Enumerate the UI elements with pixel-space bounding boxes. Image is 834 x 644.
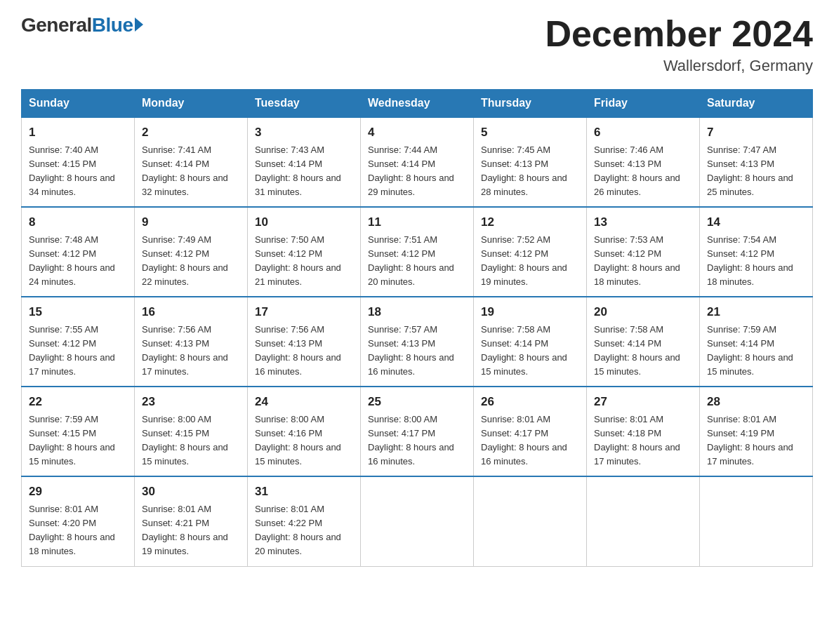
day-info: Sunrise: 7:50 AMSunset: 4:12 PMDaylight:… xyxy=(255,233,353,290)
day-number: 21 xyxy=(707,303,805,321)
column-header-tuesday: Tuesday xyxy=(248,90,361,118)
calendar-cell: 24Sunrise: 8:00 AMSunset: 4:16 PMDayligh… xyxy=(248,387,361,476)
calendar-cell: 22Sunrise: 7:59 AMSunset: 4:15 PMDayligh… xyxy=(22,387,135,476)
calendar-cell: 14Sunrise: 7:54 AMSunset: 4:12 PMDayligh… xyxy=(700,207,813,297)
calendar-cell: 9Sunrise: 7:49 AMSunset: 4:12 PMDaylight… xyxy=(135,207,248,297)
calendar-week-row: 15Sunrise: 7:55 AMSunset: 4:12 PMDayligh… xyxy=(22,297,813,387)
day-number: 20 xyxy=(594,303,692,321)
day-info: Sunrise: 7:43 AMSunset: 4:14 PMDaylight:… xyxy=(255,143,353,200)
calendar-cell xyxy=(587,476,700,566)
day-number: 15 xyxy=(29,303,127,321)
column-header-thursday: Thursday xyxy=(474,90,587,118)
day-number: 19 xyxy=(481,303,579,321)
day-number: 10 xyxy=(255,213,353,232)
column-header-sunday: Sunday xyxy=(22,90,135,118)
logo-triangle-icon xyxy=(135,18,143,32)
day-info: Sunrise: 7:45 AMSunset: 4:13 PMDaylight:… xyxy=(481,143,579,200)
location-label: Wallersdorf, Germany xyxy=(545,57,813,75)
day-number: 17 xyxy=(255,303,353,321)
calendar-cell: 3Sunrise: 7:43 AMSunset: 4:14 PMDaylight… xyxy=(248,117,361,207)
calendar-cell: 20Sunrise: 7:58 AMSunset: 4:14 PMDayligh… xyxy=(587,297,700,387)
logo-blue-box: Blue xyxy=(92,14,144,36)
day-info: Sunrise: 8:01 AMSunset: 4:21 PMDaylight:… xyxy=(142,502,240,559)
calendar-table: SundayMondayTuesdayWednesdayThursdayFrid… xyxy=(21,89,813,566)
day-number: 29 xyxy=(29,483,127,501)
day-number: 8 xyxy=(29,213,127,232)
calendar-cell: 11Sunrise: 7:51 AMSunset: 4:12 PMDayligh… xyxy=(361,207,474,297)
day-number: 22 xyxy=(29,393,127,411)
calendar-cell: 2Sunrise: 7:41 AMSunset: 4:14 PMDaylight… xyxy=(135,117,248,207)
calendar-cell: 10Sunrise: 7:50 AMSunset: 4:12 PMDayligh… xyxy=(248,207,361,297)
day-info: Sunrise: 7:49 AMSunset: 4:12 PMDaylight:… xyxy=(142,233,240,290)
column-header-saturday: Saturday xyxy=(700,90,813,118)
day-info: Sunrise: 7:56 AMSunset: 4:13 PMDaylight:… xyxy=(142,323,240,380)
day-number: 25 xyxy=(368,393,466,411)
day-number: 18 xyxy=(368,303,466,321)
calendar-header-row: SundayMondayTuesdayWednesdayThursdayFrid… xyxy=(22,90,813,118)
day-number: 31 xyxy=(255,483,353,501)
calendar-cell: 28Sunrise: 8:01 AMSunset: 4:19 PMDayligh… xyxy=(700,387,813,476)
calendar-cell: 23Sunrise: 8:00 AMSunset: 4:15 PMDayligh… xyxy=(135,387,248,476)
day-info: Sunrise: 8:00 AMSunset: 4:16 PMDaylight:… xyxy=(255,412,353,469)
calendar-week-row: 22Sunrise: 7:59 AMSunset: 4:15 PMDayligh… xyxy=(22,387,813,476)
calendar-cell: 6Sunrise: 7:46 AMSunset: 4:13 PMDaylight… xyxy=(587,117,700,207)
calendar-cell: 16Sunrise: 7:56 AMSunset: 4:13 PMDayligh… xyxy=(135,297,248,387)
day-number: 13 xyxy=(594,213,692,232)
day-info: Sunrise: 7:41 AMSunset: 4:14 PMDaylight:… xyxy=(142,143,240,200)
calendar-cell: 12Sunrise: 7:52 AMSunset: 4:12 PMDayligh… xyxy=(474,207,587,297)
calendar-cell: 17Sunrise: 7:56 AMSunset: 4:13 PMDayligh… xyxy=(248,297,361,387)
day-info: Sunrise: 7:57 AMSunset: 4:13 PMDaylight:… xyxy=(368,323,466,380)
day-info: Sunrise: 8:01 AMSunset: 4:20 PMDaylight:… xyxy=(29,502,127,559)
day-info: Sunrise: 8:01 AMSunset: 4:17 PMDaylight:… xyxy=(481,412,579,469)
day-number: 11 xyxy=(368,213,466,232)
day-number: 12 xyxy=(481,213,579,232)
logo-general-text: General xyxy=(21,14,92,36)
day-info: Sunrise: 7:52 AMSunset: 4:12 PMDaylight:… xyxy=(481,233,579,290)
day-number: 23 xyxy=(142,393,240,411)
calendar-cell: 27Sunrise: 8:01 AMSunset: 4:18 PMDayligh… xyxy=(587,387,700,476)
day-info: Sunrise: 8:00 AMSunset: 4:15 PMDaylight:… xyxy=(142,412,240,469)
calendar-cell: 26Sunrise: 8:01 AMSunset: 4:17 PMDayligh… xyxy=(474,387,587,476)
day-info: Sunrise: 8:01 AMSunset: 4:22 PMDaylight:… xyxy=(255,502,353,559)
day-info: Sunrise: 7:59 AMSunset: 4:15 PMDaylight:… xyxy=(29,412,127,469)
calendar-week-row: 1Sunrise: 7:40 AMSunset: 4:15 PMDaylight… xyxy=(22,117,813,207)
calendar-week-row: 8Sunrise: 7:48 AMSunset: 4:12 PMDaylight… xyxy=(22,207,813,297)
logo-blue-text: Blue xyxy=(92,14,133,36)
calendar-cell: 21Sunrise: 7:59 AMSunset: 4:14 PMDayligh… xyxy=(700,297,813,387)
page-header: General Blue December 2024 Wallersdorf, … xyxy=(21,14,813,75)
day-info: Sunrise: 7:54 AMSunset: 4:12 PMDaylight:… xyxy=(707,233,805,290)
calendar-week-row: 29Sunrise: 8:01 AMSunset: 4:20 PMDayligh… xyxy=(22,476,813,566)
calendar-cell: 19Sunrise: 7:58 AMSunset: 4:14 PMDayligh… xyxy=(474,297,587,387)
day-info: Sunrise: 7:58 AMSunset: 4:14 PMDaylight:… xyxy=(481,323,579,380)
calendar-cell: 8Sunrise: 7:48 AMSunset: 4:12 PMDaylight… xyxy=(22,207,135,297)
day-info: Sunrise: 7:53 AMSunset: 4:12 PMDaylight:… xyxy=(594,233,692,290)
day-number: 16 xyxy=(142,303,240,321)
day-info: Sunrise: 7:59 AMSunset: 4:14 PMDaylight:… xyxy=(707,323,805,380)
calendar-cell: 29Sunrise: 8:01 AMSunset: 4:20 PMDayligh… xyxy=(22,476,135,566)
day-number: 9 xyxy=(142,213,240,232)
calendar-cell xyxy=(700,476,813,566)
day-number: 24 xyxy=(255,393,353,411)
calendar-cell: 15Sunrise: 7:55 AMSunset: 4:12 PMDayligh… xyxy=(22,297,135,387)
day-number: 28 xyxy=(707,393,805,411)
day-info: Sunrise: 7:58 AMSunset: 4:14 PMDaylight:… xyxy=(594,323,692,380)
day-number: 6 xyxy=(594,123,692,142)
calendar-cell: 4Sunrise: 7:44 AMSunset: 4:14 PMDaylight… xyxy=(361,117,474,207)
day-info: Sunrise: 8:01 AMSunset: 4:18 PMDaylight:… xyxy=(594,412,692,469)
day-number: 3 xyxy=(255,123,353,142)
day-info: Sunrise: 7:47 AMSunset: 4:13 PMDaylight:… xyxy=(707,143,805,200)
day-number: 1 xyxy=(29,123,127,142)
day-info: Sunrise: 7:46 AMSunset: 4:13 PMDaylight:… xyxy=(594,143,692,200)
day-number: 7 xyxy=(707,123,805,142)
day-info: Sunrise: 8:00 AMSunset: 4:17 PMDaylight:… xyxy=(368,412,466,469)
day-info: Sunrise: 7:56 AMSunset: 4:13 PMDaylight:… xyxy=(255,323,353,380)
day-number: 26 xyxy=(481,393,579,411)
day-info: Sunrise: 7:48 AMSunset: 4:12 PMDaylight:… xyxy=(29,233,127,290)
day-number: 30 xyxy=(142,483,240,501)
calendar-cell: 5Sunrise: 7:45 AMSunset: 4:13 PMDaylight… xyxy=(474,117,587,207)
day-number: 4 xyxy=(368,123,466,142)
calendar-cell: 1Sunrise: 7:40 AMSunset: 4:15 PMDaylight… xyxy=(22,117,135,207)
day-info: Sunrise: 7:40 AMSunset: 4:15 PMDaylight:… xyxy=(29,143,127,200)
calendar-cell xyxy=(474,476,587,566)
day-info: Sunrise: 7:55 AMSunset: 4:12 PMDaylight:… xyxy=(29,323,127,380)
